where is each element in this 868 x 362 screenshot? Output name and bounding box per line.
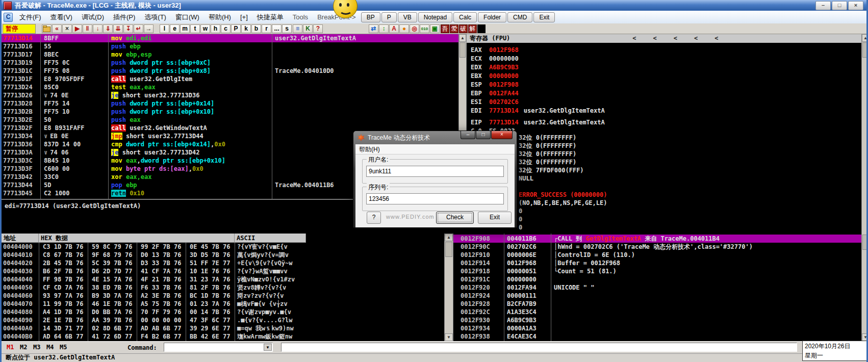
stack-pane[interactable]: 0012F908004011B6┌CALL 到 GetDlgItemTextA … [453, 234, 861, 341]
memory-tab-m4[interactable]: M4 [46, 344, 54, 351]
register-row[interactable]: EBP0012FA44 [467, 89, 861, 98]
disasm-row[interactable]: 77713D1655push ebp [2, 42, 458, 50]
app-icon[interactable] [4, 2, 12, 10]
dialog-minimize-button[interactable]: – [461, 131, 475, 139]
dump-row[interactable]: 0040407011 99 7B 7646 1E 7B 76A5 75 7B 7… [2, 300, 444, 308]
updown-icon[interactable]: ↕ [379, 24, 389, 33]
stack-row[interactable]: 0012F9340000A1A3 [453, 324, 861, 332]
restart-icon[interactable]: « [52, 24, 62, 33]
dump-row[interactable]: 00404040FF 98 7B 764E 15 7A 764F 21 7B 7… [2, 275, 444, 283]
stack-row[interactable]: 0012F9140012F968│Buffer = 0012F968 [453, 259, 861, 267]
letter-button-b[interactable]: b [251, 24, 261, 33]
disasm-row[interactable]: 77713D1CFF75 08push dword ptr ss:[ebp+0x… [2, 67, 458, 75]
ollydbg-icon[interactable]: C [4, 13, 13, 22]
maximize-button[interactable]: □ [832, 1, 847, 10]
disasm-row[interactable]: 77713D26∨74 0Eje short user32.77713D36 [2, 91, 458, 99]
stack-row[interactable]: 0012F9200012FA94UNICODE " " [453, 283, 861, 292]
orange-dot-icon[interactable]: ● [399, 24, 409, 33]
combo-dropdown-icon[interactable]: ▼ [264, 344, 272, 351]
collapse-chevron-icon[interactable]: < [674, 34, 677, 43]
stack-row[interactable]: 0012F92CA1A3E3C4 [453, 308, 861, 316]
menu-item[interactable]: 调试(D) [77, 13, 109, 21]
target-icon[interactable]: ◎ [410, 24, 419, 33]
register-row[interactable]: ESP0012F908 [467, 81, 861, 89]
swap-icon[interactable]: ⇄ [369, 24, 378, 33]
stack-row[interactable]: 0012F90C002702C6│hWnd = 002702C6 ('Trace… [453, 243, 861, 251]
dump-row[interactable]: 00404050CF CD 7A 7638 ED 7B 76F6 33 7B 7… [2, 283, 444, 292]
dump-row[interactable]: 0040406093 97 7A 76B9 3D 7A 76A2 3E 7B 7… [2, 292, 444, 300]
menu-button-notepad[interactable]: Notepad [418, 12, 452, 22]
letter-button-e[interactable]: e [170, 24, 180, 33]
dialog-help-menu[interactable]: 帮助(H) [355, 144, 515, 154]
open-folder-icon[interactable] [42, 24, 52, 33]
menu-item[interactable]: 查看(V) [46, 13, 77, 21]
menu-item[interactable]: 帮助(H) [204, 13, 236, 21]
menu-item[interactable]: 快捷菜单 [252, 13, 288, 21]
close-program-icon[interactable]: × [62, 24, 72, 33]
scroll-down-icon[interactable]: ▼ [862, 333, 868, 341]
menu-button-exit[interactable]: Exit [533, 12, 555, 22]
disasm-row[interactable]: 77713D2BFF75 10push dword ptr ss:[ebp+0x… [2, 108, 458, 116]
stack-row[interactable]: 0012F928B2CFA7B9 [453, 300, 861, 308]
step-into-icon[interactable]: ↓ [93, 24, 103, 33]
disasm-row[interactable]: 77713D178BECmov ebp,esp [2, 50, 458, 59]
output-field[interactable] [281, 343, 797, 352]
scroll-up-icon[interactable]: ▲ [459, 34, 466, 42]
register-row[interactable]: EAX0012F968 [467, 46, 861, 55]
disasm-row[interactable]: 77713D19FF75 0Cpush dword ptr ss:[ebp+0x… [2, 59, 458, 67]
serial-field[interactable] [366, 193, 504, 204]
dialog-help-button[interactable]: ? [367, 212, 381, 224]
go-to-icon[interactable]: → [144, 24, 154, 33]
menu-item[interactable]: 文件(F) [15, 13, 46, 21]
dump-scrollbar[interactable]: ▲ ▼ [444, 234, 453, 341]
scroll-up-icon[interactable]: ▲ [862, 34, 868, 42]
list-icon[interactable]: ≡ [293, 24, 302, 33]
register-row[interactable]: EDXA6B9C9B3 [467, 63, 861, 72]
stack-row[interactable]: 0012F91C00000000 [453, 275, 861, 283]
traceme-dialog[interactable]: TraceMe 动态分析技术 – □ × 帮助(H) 用户名: 序列号: ? w… [353, 131, 517, 227]
memory-tab-m2[interactable]: M2 [20, 344, 27, 351]
trace-over-icon[interactable]: ↧ [123, 24, 133, 33]
menu-item[interactable]: 选项(T) [140, 13, 171, 21]
binary-icon[interactable]: 010 [420, 24, 429, 33]
stack-row[interactable]: 0012F938E4CAE3C4 [453, 332, 861, 341]
letter-button-s[interactable]: s [282, 24, 292, 33]
scroll-up-icon[interactable]: ▲ [445, 234, 453, 241]
memory-tab-m3[interactable]: M3 [33, 344, 40, 351]
registers-scrollbar[interactable]: ▲ [861, 34, 868, 234]
terminal-icon[interactable]: ▣ [430, 24, 440, 33]
memory-tab-m5[interactable]: M5 [60, 344, 67, 351]
assembler-icon[interactable]: A [389, 24, 399, 33]
collapse-chevron-icon[interactable]: < [694, 34, 698, 43]
scrollbar-thumb[interactable] [862, 42, 868, 58]
dialog-maximize-button[interactable]: □ [476, 131, 491, 139]
dump-row[interactable]: 004040202B 45 7B 765C 39 7B 76D3 33 7B 7… [2, 259, 444, 267]
dump-row[interactable]: 00404010C8 67 7B 769F 68 79 76D0 13 7B 7… [2, 251, 444, 259]
dump-row[interactable]: 00404080A4 1D 7B 76D0 BB 7A 7670 7F 79 7… [2, 308, 444, 316]
menu-button-bp[interactable]: BP [361, 12, 380, 22]
letter-button-k[interactable]: k [241, 24, 251, 33]
command-input[interactable]: ▼ [164, 343, 273, 352]
register-row[interactable]: ESI002702C6 [467, 98, 861, 107]
disasm-row[interactable]: 77713D28FF75 14push dword ptr ss:[ebp+0x… [2, 99, 458, 108]
execute-return-icon[interactable]: ↵ [134, 24, 143, 33]
scrollbar-thumb[interactable] [862, 235, 868, 250]
disasm-row[interactable]: 77713D1FE8 9705FDFFcall user32.GetDlgIte… [2, 75, 458, 83]
menu-button-p[interactable]: P [381, 12, 397, 22]
menu-item[interactable]: 插件(P) [109, 13, 140, 21]
register-row[interactable]: ECX00000000 [467, 55, 861, 63]
dump-row[interactable]: 004040A014 3D 71 7702 8D 6B 77AD AB 6B 7… [2, 324, 444, 332]
stack-row[interactable]: 0012F908004011B6┌CALL 到 GetDlgItemTextA … [453, 235, 861, 243]
dump-row[interactable]: 00404000C3 1D 7B 7659 8C 79 7699 2F 7B 7… [2, 243, 444, 251]
stack-row[interactable]: 0012F91800000051└Count = 51 (81.) [453, 267, 861, 275]
pause-icon[interactable]: ‖ [83, 24, 92, 33]
registers-pane[interactable]: 寄存器 (FPU) <<<<< EAX0012F968ECX00000000ED… [467, 34, 861, 234]
minimize-button[interactable]: – [815, 1, 831, 10]
dump-row[interactable]: 00404030B6 2F 7B 76D6 2D 7D 7741 CF 7A 7… [2, 267, 444, 275]
menu-button-calc[interactable]: Calc [453, 12, 477, 22]
menu-item[interactable]: [+] [236, 13, 252, 21]
run-icon[interactable]: ▶ [72, 24, 82, 33]
collapse-chevron-icon[interactable]: < [653, 34, 657, 43]
stack-scrollbar[interactable]: ▼ [861, 234, 868, 341]
scroll-down-icon[interactable]: ▼ [445, 333, 453, 341]
